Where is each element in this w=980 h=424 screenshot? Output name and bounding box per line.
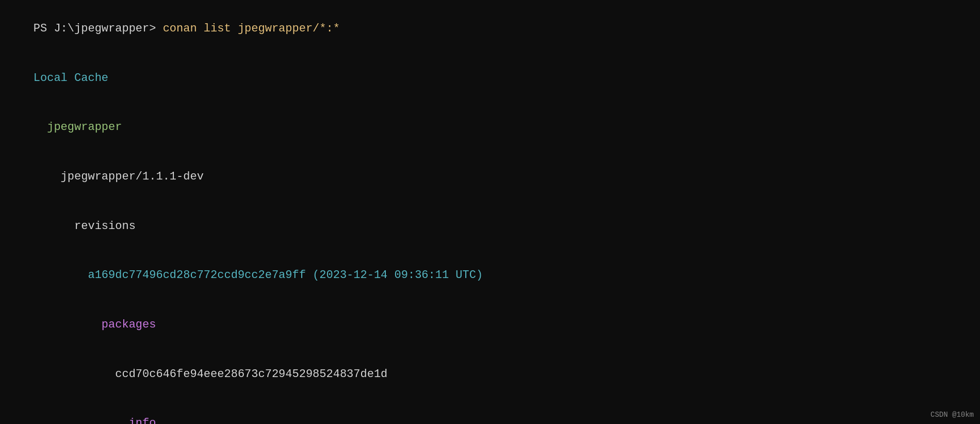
package-name: jpegwrapper: [34, 121, 122, 134]
revision-hash: a169dc77496cd28c772ccd9cc2e7a9ff (2023-1…: [34, 269, 483, 282]
packages-label: packages: [34, 318, 156, 331]
revision-hash-line: a169dc77496cd28c772ccd9cc2e7a9ff (2023-1…: [6, 251, 974, 300]
package-version: jpegwrapper/1.1.1-dev: [34, 170, 204, 183]
pkg-version-line: jpegwrapper/1.1.1-dev: [6, 152, 974, 202]
local-cache-line: Local Cache: [6, 54, 974, 103]
packages-line: packages: [6, 300, 974, 350]
revisions-line: revisions: [6, 202, 974, 251]
revisions-label: revisions: [34, 220, 136, 233]
info-label: info: [34, 417, 156, 424]
csdn-watermark: CSDN @10km: [930, 410, 974, 420]
package-hash-line: ccd70c646fe94eee28673c72945298524837de1d: [6, 350, 974, 399]
info-line: info: [6, 399, 974, 424]
package-hash: ccd70c646fe94eee28673c72945298524837de1d: [34, 368, 388, 381]
pkg-name-line: jpegwrapper: [6, 103, 974, 152]
local-cache-label: Local Cache: [34, 72, 108, 85]
ps-prompt: PS J:\jpegwrapper>: [34, 22, 163, 35]
terminal-window: PS J:\jpegwrapper> conan list jpegwrappe…: [6, 4, 974, 424]
conan-command: conan list jpegwrapper/*:*: [163, 22, 340, 35]
prompt-line: PS J:\jpegwrapper> conan list jpegwrappe…: [6, 4, 974, 54]
